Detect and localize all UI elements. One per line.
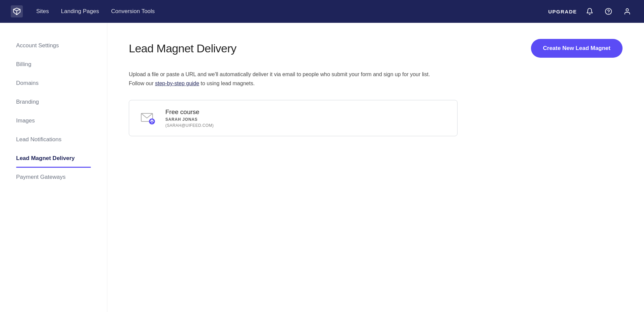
create-new-lead-magnet-button[interactable]: Create New Lead Magnet — [531, 39, 623, 58]
sidebar-item-branding[interactable]: Branding — [0, 93, 107, 111]
description-after-link: to using lead magnets. — [199, 81, 255, 86]
nav-links: Sites Landing Pages Conversion Tools — [36, 8, 535, 15]
upgrade-button[interactable]: Upgrade — [548, 9, 577, 14]
sidebar-item-account-settings[interactable]: Account Settings — [0, 36, 107, 55]
sidebar-item-payment-gateways[interactable]: Payment Gateways — [0, 168, 107, 187]
sidebar-item-lead-notifications[interactable]: Lead Notifications — [0, 130, 107, 149]
svg-point-3 — [626, 9, 628, 11]
main-header: Lead Magnet Delivery Create New Lead Mag… — [129, 39, 623, 58]
nav-right: Upgrade — [548, 5, 633, 17]
main-content: Lead Magnet Delivery Create New Lead Mag… — [107, 23, 644, 312]
card-email: (SARAH@UIFEED.COM) — [165, 123, 214, 128]
lead-magnet-card[interactable]: Free course SARAH JONAS (SARAH@UIFEED.CO… — [129, 100, 458, 136]
notifications-button[interactable] — [584, 5, 596, 17]
help-icon — [605, 8, 612, 15]
email-file-icon — [140, 110, 156, 126]
page-title: Lead Magnet Delivery — [129, 42, 236, 55]
nav-conversion-tools[interactable]: Conversion Tools — [111, 8, 155, 15]
page-layout: Account Settings Billing Domains Brandin… — [0, 23, 644, 312]
description-text: Upload a file or paste a URL and we'll a… — [129, 70, 437, 88]
step-by-step-guide-link[interactable]: step-by-step guide — [155, 81, 199, 86]
nav-landing-pages[interactable]: Landing Pages — [61, 8, 99, 15]
bell-icon — [586, 8, 593, 15]
card-title: Free course — [165, 108, 214, 116]
card-icon — [139, 109, 157, 127]
top-navigation: Sites Landing Pages Conversion Tools Upg… — [0, 0, 644, 23]
sidebar-item-domains[interactable]: Domains — [0, 74, 107, 93]
sidebar-item-billing[interactable]: Billing — [0, 55, 107, 74]
user-button[interactable] — [621, 5, 633, 17]
help-button[interactable] — [602, 5, 614, 17]
sidebar: Account Settings Billing Domains Brandin… — [0, 23, 107, 312]
logo[interactable] — [11, 5, 23, 17]
sidebar-item-images[interactable]: Images — [0, 111, 107, 130]
nav-sites[interactable]: Sites — [36, 8, 49, 15]
card-name: SARAH JONAS — [165, 117, 214, 122]
user-icon — [624, 8, 631, 15]
card-info: Free course SARAH JONAS (SARAH@UIFEED.CO… — [165, 108, 214, 128]
sidebar-item-lead-magnet-delivery[interactable]: Lead Magnet Delivery — [0, 149, 107, 168]
